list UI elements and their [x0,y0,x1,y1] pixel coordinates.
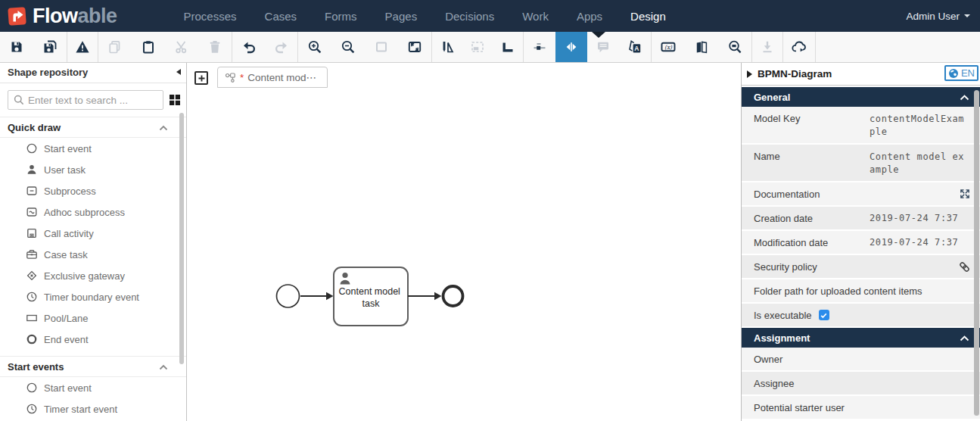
diagram-canvas[interactable]: * Content mod⋯ Content model task [188,63,740,421]
sequence-flow-2[interactable] [408,292,442,300]
property-row-modification-date[interactable]: Modification date 2019-07-24 7:37 [742,231,980,254]
shape-item-end-event[interactable]: End event [0,329,186,350]
property-row-is-executable[interactable]: Is executable [742,304,980,326]
download-button[interactable] [752,32,782,62]
shape-item-adhoc-subprocess[interactable]: Adhoc subprocess [0,201,186,223]
sidebar-scrollbar[interactable] [179,113,184,364]
shape-search-row [0,83,186,117]
zoom-in-icon [307,39,322,55]
property-row-owner[interactable]: Owner [742,348,980,370]
zoom-actual-button[interactable] [365,32,398,62]
save-button[interactable] [0,32,33,62]
menu-item-forms[interactable]: Forms [325,10,357,23]
shape-item-call-activity[interactable]: Call activity [0,223,186,244]
menu-item-decisions[interactable]: Decisions [445,10,494,23]
menu-item-processes[interactable]: Processes [184,10,237,23]
shape-search-input[interactable] [28,95,163,106]
property-row-creation-date[interactable]: Creation date 2019-07-24 7:37 [742,207,980,229]
search-icon [14,95,24,105]
language-button[interactable]: EN [944,65,978,81]
align-button[interactable] [524,32,555,62]
redo-button[interactable] [265,32,297,62]
flowable-logo[interactable]: Flowable [8,5,117,28]
menu-item-work[interactable]: Work [522,10,549,23]
shape-item-label: User task [44,164,86,176]
property-label: Name [754,151,870,162]
property-label: Potential starter user [754,402,845,413]
cut-button[interactable] [165,32,198,62]
shape-repository-panel: Shape repository Quick draw Start event … [0,63,187,421]
shape-item-user-task[interactable]: User task [0,159,186,180]
chevron-up-icon [159,364,168,370]
validate-icon [75,39,90,55]
grid-view-button[interactable] [169,94,181,106]
multi-select-button[interactable] [462,32,493,62]
validate-button[interactable] [67,32,98,62]
property-row-model-key[interactable]: Model Key contentModelExample [742,107,980,143]
shape-item-exclusive-gateway[interactable]: Exclusive gateway [0,265,186,286]
start-event-shape[interactable] [277,285,300,307]
shape-item-case-task[interactable]: Case task [0,244,186,265]
property-row-security-policy[interactable]: Security policy [742,255,980,278]
section-start-events[interactable]: Start events [0,356,186,377]
paste-button[interactable] [132,32,165,62]
section-general[interactable]: General [742,87,980,107]
deploy-button[interactable] [783,32,815,62]
zoom-fit-button[interactable] [398,32,431,62]
expression-button[interactable]: (x) [652,32,685,62]
find-button[interactable] [718,32,751,62]
property-row-assignee[interactable]: Assignee [742,372,980,394]
property-row-documentation[interactable]: Documentation [742,182,980,205]
section-quick-draw[interactable]: Quick draw [0,117,186,138]
shape-item-subprocess[interactable]: Subprocess [0,180,186,201]
link-icon[interactable] [959,261,970,273]
property-label: Model Key [754,113,870,124]
sequence-flow-1[interactable] [300,292,334,300]
zoom-out-button[interactable] [331,32,365,62]
end-event-icon [26,333,38,345]
section-assignment[interactable]: Assignment [742,328,980,348]
is-executable-checkbox[interactable] [819,310,829,320]
edit-draw-button[interactable] [432,32,462,62]
property-row-folder-path[interactable]: Folder path for uploaded content items [742,279,980,302]
bendpoint-button[interactable] [493,32,523,62]
undo-button[interactable] [232,32,265,62]
save-all-button[interactable] [33,32,67,62]
shape-item-timer-start-event[interactable]: Timer start event [0,398,186,419]
shape-item-start-event-2[interactable]: Start event [0,377,186,398]
find-icon [727,39,742,55]
property-row-potential-starter-user[interactable]: Potential starter user [742,396,980,419]
menu-item-pages[interactable]: Pages [385,10,418,23]
property-label: Folder path for uploaded content items [754,285,922,297]
user-menu[interactable]: Admin User [906,11,970,22]
collapse-sidebar-icon[interactable] [176,69,181,75]
toolbar-separator [815,32,816,62]
save-all-icon [42,39,58,55]
property-label: Creation date [754,213,870,224]
copy-button[interactable] [98,32,132,62]
expand-panel-icon[interactable] [747,70,752,78]
menu-item-cases[interactable]: Cases [265,10,297,23]
panel-scrollbar[interactable] [974,90,979,416]
zoom-out-icon [341,39,356,55]
shape-item-label: Timer start event [44,404,117,415]
property-row-name[interactable]: Name Content model example [742,145,980,181]
translate-button[interactable]: A [619,32,651,62]
shape-item-start-event[interactable]: Start event [0,138,186,159]
user-task-shape[interactable]: Content model task [334,267,408,326]
end-event-shape[interactable] [443,286,463,306]
delete-button[interactable] [198,32,232,62]
glossary-button[interactable] [685,32,718,62]
shape-item-timer-boundary-event[interactable]: Timer boundary event [0,286,186,307]
menu-item-apps[interactable]: Apps [577,10,602,23]
zoom-in-button[interactable] [298,32,331,62]
properties-panel: BPMN-Diagram EN General Model Key conten… [741,63,980,421]
shape-repository-header: Shape repository [0,63,186,83]
deploy-icon [791,39,807,55]
shape-item-pool-lane[interactable]: Pool/Lane [0,307,186,329]
menu-item-design[interactable]: Design [630,10,666,23]
space-horizontal-button[interactable] [555,32,587,62]
expand-icon[interactable] [960,189,970,199]
translate-icon: A [627,39,642,55]
popup-arrow [592,32,605,38]
